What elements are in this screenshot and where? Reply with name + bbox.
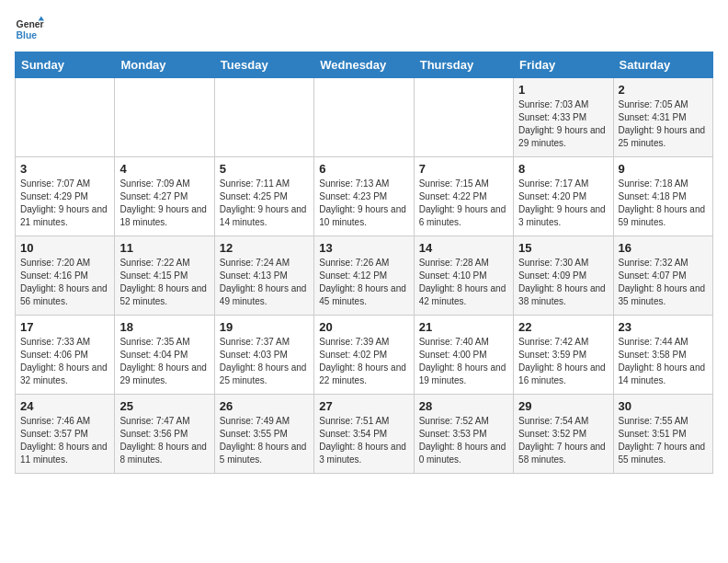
weekday-header-cell: Wednesday	[314, 52, 414, 78]
day-number: 18	[119, 320, 209, 334]
day-info: Sunrise: 7:07 AM Sunset: 4:29 PM Dayligh…	[20, 178, 109, 229]
day-number: 2	[619, 83, 708, 97]
day-number: 11	[119, 241, 209, 255]
day-info: Sunrise: 7:24 AM Sunset: 4:13 PM Dayligh…	[220, 257, 309, 308]
day-info: Sunrise: 7:28 AM Sunset: 4:10 PM Dayligh…	[419, 257, 508, 308]
weekday-header-row: SundayMondayTuesdayWednesdayThursdayFrid…	[16, 52, 713, 78]
calendar-cell: 26Sunrise: 7:49 AM Sunset: 3:55 PM Dayli…	[214, 395, 313, 474]
day-info: Sunrise: 7:03 AM Sunset: 4:33 PM Dayligh…	[518, 98, 608, 150]
day-info: Sunrise: 7:52 AM Sunset: 3:53 PM Dayligh…	[419, 415, 508, 466]
calendar-week-row: 3Sunrise: 7:07 AM Sunset: 4:29 PM Daylig…	[16, 157, 713, 236]
calendar-cell: 9Sunrise: 7:18 AM Sunset: 4:18 PM Daylig…	[613, 157, 712, 236]
day-info: Sunrise: 7:46 AM Sunset: 3:57 PM Dayligh…	[20, 415, 109, 466]
calendar-body: 1Sunrise: 7:03 AM Sunset: 4:33 PM Daylig…	[16, 78, 713, 474]
day-number: 7	[419, 162, 508, 176]
calendar-cell: 10Sunrise: 7:20 AM Sunset: 4:16 PM Dayli…	[16, 236, 115, 316]
day-number: 9	[619, 162, 708, 176]
calendar-cell: 17Sunrise: 7:33 AM Sunset: 4:06 PM Dayli…	[16, 316, 115, 395]
calendar-cell	[115, 78, 214, 157]
day-info: Sunrise: 7:05 AM Sunset: 4:31 PM Dayligh…	[619, 98, 708, 150]
day-info: Sunrise: 7:11 AM Sunset: 4:25 PM Dayligh…	[220, 178, 309, 229]
day-info: Sunrise: 7:26 AM Sunset: 4:12 PM Dayligh…	[319, 257, 408, 308]
day-number: 8	[518, 162, 608, 176]
calendar-cell: 27Sunrise: 7:51 AM Sunset: 3:54 PM Dayli…	[314, 395, 414, 474]
calendar-cell: 30Sunrise: 7:55 AM Sunset: 3:51 PM Dayli…	[613, 395, 712, 474]
day-info: Sunrise: 7:37 AM Sunset: 4:03 PM Dayligh…	[220, 336, 309, 387]
calendar-cell	[214, 78, 313, 157]
day-info: Sunrise: 7:44 AM Sunset: 3:58 PM Dayligh…	[619, 336, 708, 387]
day-number: 23	[619, 320, 708, 334]
day-info: Sunrise: 7:13 AM Sunset: 4:23 PM Dayligh…	[319, 178, 408, 229]
calendar-week-row: 1Sunrise: 7:03 AM Sunset: 4:33 PM Daylig…	[16, 78, 713, 157]
calendar-cell: 6Sunrise: 7:13 AM Sunset: 4:23 PM Daylig…	[314, 157, 414, 236]
day-info: Sunrise: 7:22 AM Sunset: 4:15 PM Dayligh…	[119, 257, 209, 308]
calendar-cell: 3Sunrise: 7:07 AM Sunset: 4:29 PM Daylig…	[16, 157, 115, 236]
calendar-cell: 12Sunrise: 7:24 AM Sunset: 4:13 PM Dayli…	[214, 236, 313, 316]
day-info: Sunrise: 7:47 AM Sunset: 3:56 PM Dayligh…	[119, 415, 209, 466]
calendar-cell: 7Sunrise: 7:15 AM Sunset: 4:22 PM Daylig…	[414, 157, 513, 236]
calendar-cell: 15Sunrise: 7:30 AM Sunset: 4:09 PM Dayli…	[514, 236, 613, 316]
day-number: 13	[319, 241, 408, 255]
day-number: 17	[20, 320, 109, 334]
day-info: Sunrise: 7:49 AM Sunset: 3:55 PM Dayligh…	[220, 415, 309, 466]
day-number: 20	[319, 320, 408, 334]
day-number: 5	[220, 162, 309, 176]
day-number: 19	[220, 320, 309, 334]
day-info: Sunrise: 7:35 AM Sunset: 4:04 PM Dayligh…	[119, 336, 209, 387]
day-number: 26	[220, 399, 309, 413]
calendar-cell: 23Sunrise: 7:44 AM Sunset: 3:58 PM Dayli…	[613, 316, 712, 395]
day-info: Sunrise: 7:42 AM Sunset: 3:59 PM Dayligh…	[518, 336, 608, 387]
day-info: Sunrise: 7:39 AM Sunset: 4:02 PM Dayligh…	[319, 336, 408, 387]
day-info: Sunrise: 7:33 AM Sunset: 4:06 PM Dayligh…	[20, 336, 109, 387]
day-info: Sunrise: 7:20 AM Sunset: 4:16 PM Dayligh…	[20, 257, 109, 308]
calendar-week-row: 24Sunrise: 7:46 AM Sunset: 3:57 PM Dayli…	[16, 395, 713, 474]
day-number: 1	[518, 83, 608, 97]
calendar-cell: 25Sunrise: 7:47 AM Sunset: 3:56 PM Dayli…	[115, 395, 214, 474]
calendar-cell: 19Sunrise: 7:37 AM Sunset: 4:03 PM Dayli…	[214, 316, 313, 395]
calendar-cell: 28Sunrise: 7:52 AM Sunset: 3:53 PM Dayli…	[414, 395, 513, 474]
svg-text:Blue: Blue	[17, 30, 38, 40]
calendar-cell: 24Sunrise: 7:46 AM Sunset: 3:57 PM Dayli…	[16, 395, 115, 474]
day-number: 30	[619, 399, 708, 413]
calendar-week-row: 10Sunrise: 7:20 AM Sunset: 4:16 PM Dayli…	[16, 236, 713, 316]
day-info: Sunrise: 7:30 AM Sunset: 4:09 PM Dayligh…	[518, 257, 608, 308]
weekday-header-cell: Monday	[115, 52, 214, 78]
day-number: 16	[619, 241, 708, 255]
day-info: Sunrise: 7:15 AM Sunset: 4:22 PM Dayligh…	[419, 178, 508, 229]
day-info: Sunrise: 7:18 AM Sunset: 4:18 PM Dayligh…	[619, 178, 708, 229]
day-number: 24	[20, 399, 109, 413]
calendar-cell: 4Sunrise: 7:09 AM Sunset: 4:27 PM Daylig…	[115, 157, 214, 236]
calendar-cell: 2Sunrise: 7:05 AM Sunset: 4:31 PM Daylig…	[613, 78, 712, 157]
calendar-cell: 29Sunrise: 7:54 AM Sunset: 3:52 PM Dayli…	[514, 395, 613, 474]
day-info: Sunrise: 7:40 AM Sunset: 4:00 PM Dayligh…	[419, 336, 508, 387]
header: General Blue	[15, 15, 713, 44]
day-info: Sunrise: 7:54 AM Sunset: 3:52 PM Dayligh…	[518, 415, 608, 466]
calendar-cell: 14Sunrise: 7:28 AM Sunset: 4:10 PM Dayli…	[414, 236, 513, 316]
calendar-cell: 20Sunrise: 7:39 AM Sunset: 4:02 PM Dayli…	[314, 316, 414, 395]
day-number: 4	[119, 162, 209, 176]
day-number: 25	[119, 399, 209, 413]
day-info: Sunrise: 7:09 AM Sunset: 4:27 PM Dayligh…	[119, 178, 209, 229]
day-number: 6	[319, 162, 408, 176]
day-info: Sunrise: 7:51 AM Sunset: 3:54 PM Dayligh…	[319, 415, 408, 466]
calendar-cell	[16, 78, 115, 157]
calendar-cell: 18Sunrise: 7:35 AM Sunset: 4:04 PM Dayli…	[115, 316, 214, 395]
day-number: 29	[518, 399, 608, 413]
day-number: 3	[20, 162, 109, 176]
calendar-cell	[314, 78, 414, 157]
calendar-cell: 1Sunrise: 7:03 AM Sunset: 4:33 PM Daylig…	[514, 78, 613, 157]
day-number: 14	[419, 241, 508, 255]
day-number: 28	[419, 399, 508, 413]
svg-marker-2	[39, 17, 44, 21]
day-number: 21	[419, 320, 508, 334]
calendar-cell: 22Sunrise: 7:42 AM Sunset: 3:59 PM Dayli…	[514, 316, 613, 395]
day-info: Sunrise: 7:17 AM Sunset: 4:20 PM Dayligh…	[518, 178, 608, 229]
calendar-cell: 8Sunrise: 7:17 AM Sunset: 4:20 PM Daylig…	[514, 157, 613, 236]
weekday-header-cell: Thursday	[414, 52, 513, 78]
logo: General Blue	[15, 15, 44, 44]
day-info: Sunrise: 7:32 AM Sunset: 4:07 PM Dayligh…	[619, 257, 708, 308]
calendar-cell	[414, 78, 513, 157]
calendar-cell: 21Sunrise: 7:40 AM Sunset: 4:00 PM Dayli…	[414, 316, 513, 395]
day-number: 15	[518, 241, 608, 255]
weekday-header-cell: Saturday	[613, 52, 712, 78]
